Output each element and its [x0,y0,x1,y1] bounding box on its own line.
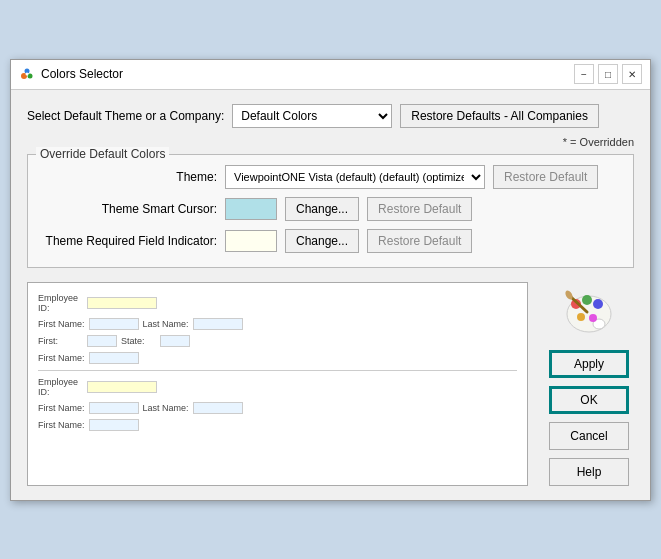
preview-firstname4-field [89,419,139,431]
select-theme-label: Select Default Theme or a Company: [27,109,224,123]
smart-cursor-change-button[interactable]: Change... [285,197,359,221]
svg-point-7 [582,295,592,305]
preview-row-firstname1: First Name: Last Name: [38,318,517,330]
preview-firstname4-label: First Name: [38,420,85,430]
app-icon [19,66,35,82]
theme-select-row: Select Default Theme or a Company: Defau… [27,104,634,128]
ok-button[interactable]: OK [549,386,629,414]
colors-selector-window: Colors Selector − □ ✕ Select Default The… [10,59,651,501]
preview-row-firstname3: First Name: Last Name: [38,402,517,414]
svg-point-3 [26,73,29,76]
restore-all-button[interactable]: Restore Defaults - All Companies [400,104,599,128]
preview-state1-label: State: [121,336,156,346]
minimize-button[interactable]: − [574,64,594,84]
preview-row-firstname2: First Name: [38,352,517,364]
preview-empid-label: EmployeeID: [38,293,83,313]
preview-row-firstname4: First Name: [38,419,517,431]
preview-lastname1-field [193,318,243,330]
smart-cursor-restore-button[interactable]: Restore Default [367,197,472,221]
window-title: Colors Selector [41,67,123,81]
preview-lastname2-label: Last Name: [143,403,189,413]
preview-row-empid: EmployeeID: [38,293,517,313]
apply-button[interactable]: Apply [549,350,629,378]
main-content: Select Default Theme or a Company: Defau… [11,90,650,500]
required-field-row: Theme Required Field Indicator: Change..… [42,229,619,253]
titlebar-controls: − □ ✕ [574,64,642,84]
theme-row: Theme: ViewpointONE Vista (default) (def… [42,165,619,189]
smart-cursor-label: Theme Smart Cursor: [42,202,217,216]
theme-inner-dropdown[interactable]: ViewpointONE Vista (default) (default) (… [225,165,485,189]
preview-lastname1-label: Last Name: [143,319,189,329]
maximize-button[interactable]: □ [598,64,618,84]
preview-firstname3-field [89,402,139,414]
svg-point-8 [593,299,603,309]
required-field-restore-button[interactable]: Restore Default [367,229,472,253]
preview-form: EmployeeID: First Name: Last Name: First… [38,293,517,431]
theme-label: Theme: [42,170,217,184]
preview-first1-field [87,335,117,347]
preview-firstname2-field [89,352,139,364]
right-panel: Apply OK Cancel Help [544,282,634,486]
preview-empid2-field [87,381,157,393]
palette-icon [561,282,617,338]
preview-empid-field [87,297,157,309]
theme-restore-button[interactable]: Restore Default [493,165,598,189]
smart-cursor-swatch [225,198,277,220]
preview-firstname1-field [89,318,139,330]
default-theme-dropdown[interactable]: Default Colors [232,104,392,128]
titlebar-left: Colors Selector [19,66,123,82]
override-group: Override Default Colors Theme: Viewpoint… [27,154,634,268]
required-field-label: Theme Required Field Indicator: [42,234,217,248]
required-field-change-button[interactable]: Change... [285,229,359,253]
smart-cursor-row: Theme Smart Cursor: Change... Restore De… [42,197,619,221]
preview-empid2-label: EmployeeID: [38,377,83,397]
close-button[interactable]: ✕ [622,64,642,84]
preview-first1-label: First: [38,336,83,346]
svg-point-10 [589,314,597,322]
required-field-swatch [225,230,277,252]
preview-state1-field [160,335,190,347]
cancel-button[interactable]: Cancel [549,422,629,450]
titlebar: Colors Selector − □ ✕ [11,60,650,90]
main-area: EmployeeID: First Name: Last Name: First… [27,282,634,486]
preview-divider [38,370,517,371]
preview-firstname3-label: First Name: [38,403,85,413]
preview-firstname2-label: First Name: [38,353,85,363]
help-button[interactable]: Help [549,458,629,486]
preview-lastname2-field [193,402,243,414]
preview-row-first1: First: State: [38,335,517,347]
svg-point-9 [577,313,585,321]
preview-box: EmployeeID: First Name: Last Name: First… [27,282,528,486]
preview-firstname1-label: First Name: [38,319,85,329]
override-group-legend: Override Default Colors [36,147,169,161]
preview-row-empid2: EmployeeID: [38,377,517,397]
